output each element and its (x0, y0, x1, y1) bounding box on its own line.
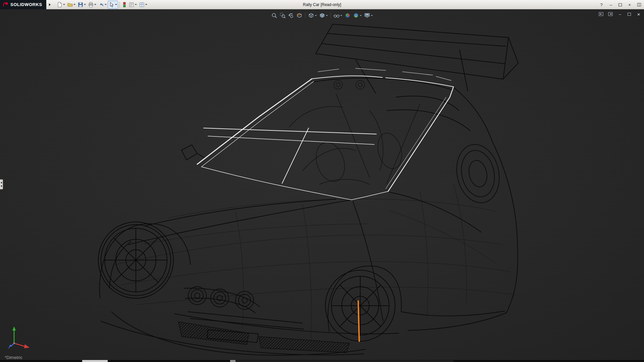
collapse-left-icon (1, 185, 2, 187)
maximize-icon (619, 3, 622, 6)
dock-left-button[interactable] (598, 11, 604, 17)
solidworks-logo-text: SOLIDWORKS (10, 2, 42, 7)
options-button[interactable] (138, 1, 148, 9)
title-window-controls: ? – × (598, 0, 642, 9)
doc-close-button[interactable]: × (636, 11, 641, 17)
window-title: Rally Car [Read-only] (303, 0, 341, 9)
view-orientation-label: *Dimetric (5, 355, 22, 360)
view-orientation-cube-icon (308, 12, 314, 18)
display-style-icon (319, 12, 325, 18)
document-window-controls: – × (598, 11, 641, 17)
graphics-viewport[interactable]: – × *Dimetric (0, 9, 644, 360)
dock-right-icon (608, 12, 613, 16)
new-document-icon (57, 2, 62, 7)
hide-show-glasses-icon (334, 12, 340, 18)
window-layout-button[interactable] (636, 1, 642, 8)
save-button[interactable] (76, 1, 87, 9)
solidworks-logo-icon (3, 2, 9, 8)
view-settings-icon (364, 12, 370, 18)
interior-wireframe (289, 80, 420, 185)
bottom-strip-segment (82, 360, 108, 362)
intake-mesh (178, 322, 350, 353)
rally-car-wireframe-model[interactable] (0, 9, 644, 360)
options-grid-icon (139, 2, 145, 7)
collapse-left-icon (1, 182, 2, 184)
print-button[interactable] (87, 1, 97, 9)
section-view-button[interactable] (296, 12, 303, 19)
maximize-button[interactable] (617, 1, 623, 8)
bottom-strip-band (235, 360, 453, 362)
select-cursor-icon (109, 2, 114, 7)
undo-button[interactable] (97, 1, 108, 9)
file-properties-icon (129, 2, 134, 7)
select-button[interactable] (108, 1, 118, 9)
display-style-button[interactable] (319, 12, 329, 19)
zoom-to-area-icon (280, 12, 286, 18)
solidworks-logo: SOLIDWORKS (0, 0, 46, 9)
highlighted-edges (197, 68, 453, 200)
doc-minimize-button[interactable]: – (617, 11, 623, 17)
minimize-button[interactable]: – (608, 1, 614, 8)
help-button[interactable]: ? (598, 1, 604, 8)
close-button[interactable]: × (627, 1, 633, 8)
new-document-button[interactable] (56, 1, 66, 9)
open-folder-icon (67, 2, 73, 7)
apply-scene-button[interactable] (353, 12, 363, 19)
menu-expand-arrow-icon[interactable] (48, 1, 52, 8)
dock-left-icon (599, 12, 603, 16)
rear-left-wheel (325, 270, 395, 341)
view-settings-button[interactable] (364, 12, 374, 19)
reference-triad (5, 324, 35, 351)
title-bar: SOLIDWORKS (0, 0, 644, 9)
dock-right-button[interactable] (608, 11, 613, 17)
zoom-to-area-button[interactable] (279, 12, 286, 19)
wireframe-mesh-lines (114, 184, 516, 340)
doc-restore-button[interactable] (627, 11, 632, 17)
section-view-icon (297, 12, 303, 18)
file-properties-button[interactable] (127, 1, 138, 9)
undo-arrow-icon (99, 2, 104, 7)
edit-appearance-button[interactable] (344, 12, 352, 19)
selection-filter-icon (122, 2, 126, 7)
bottom-strip (0, 360, 644, 362)
save-floppy-icon (78, 2, 83, 7)
window-layout-icon (637, 3, 641, 6)
bottom-strip-segment (230, 360, 235, 362)
view-orientation-button[interactable] (308, 12, 318, 19)
previous-view-button[interactable] (287, 12, 295, 19)
zoom-to-fit-icon (271, 12, 277, 18)
open-button[interactable] (66, 1, 76, 9)
heads-up-view-toolbar (269, 11, 376, 20)
main-toolbar (56, 1, 148, 9)
zoom-to-fit-button[interactable] (271, 12, 278, 19)
doc-restore-icon (628, 13, 631, 16)
body-wireframe (100, 24, 518, 355)
previous-view-icon (288, 12, 294, 18)
printer-icon (88, 2, 94, 7)
feature-panel-splitter[interactable] (0, 179, 3, 189)
apply-scene-icon (353, 12, 359, 18)
hide-show-items-button[interactable] (333, 12, 343, 19)
edit-appearance-ball-icon (345, 12, 351, 18)
selection-filter-button[interactable] (121, 1, 127, 9)
